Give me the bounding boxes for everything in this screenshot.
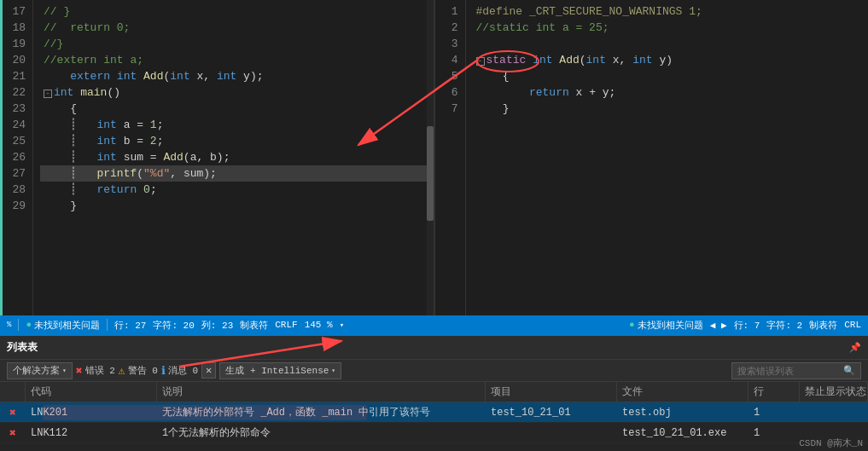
editor-area: 17 18 19 20 21 22 23 24 25 26 27 28 29 /… (0, 0, 868, 315)
pin-icon[interactable]: 📌 (849, 342, 861, 353)
error-list-panel: 列表表 📌 个解决方案 ▾ ✖ 错误 2 ⚠ 警告 0 (0, 334, 868, 451)
row-code: LNK112 (26, 425, 157, 442)
fold-icon-right[interactable]: - (476, 57, 485, 66)
no-issue-left: ● 未找到相关问题 (26, 319, 100, 332)
clear-filter-btn[interactable]: ✕ (201, 362, 216, 379)
row-file: test.obj (617, 404, 749, 421)
row-suppress (800, 431, 868, 436)
col-header-desc[interactable]: 说明 (157, 382, 486, 402)
check-icon-right: ● (629, 320, 635, 330)
status-bar-right: ● 未找到相关问题 ◀ ▶ 行: 7 字符: 2 制表符 CRL (622, 319, 868, 332)
code-line: // return 0; (40, 20, 434, 36)
left-scrollbar[interactable] (427, 0, 434, 315)
row-suppress (800, 410, 868, 415)
row-code: LNK201 (26, 404, 157, 421)
row-line: 1 (749, 404, 800, 421)
line-status-left: 行: 27 (114, 319, 146, 332)
info-icon: ℹ (161, 364, 166, 378)
line-status-right: 行: 7 (734, 319, 760, 332)
eol-status-left: 制表符 (240, 319, 268, 332)
row-project (486, 431, 617, 436)
error-row-icon: ✖ (9, 407, 16, 419)
status-dropdown-left[interactable]: ▾ (340, 321, 344, 330)
col-header-file[interactable]: 文件 (617, 382, 749, 402)
eol-status-right: 制表符 (809, 319, 837, 332)
code-line: ┊ int sum = Add(a, b); (40, 149, 434, 165)
error-row-icon-2: ✖ (9, 427, 16, 440)
col-header-suppress[interactable]: 禁止显示状态 (800, 382, 868, 402)
panel-tabs: 列表表 📌 (0, 336, 868, 360)
divider (107, 319, 108, 331)
encoding-status-left: CRLF (275, 320, 297, 330)
build-dropdown[interactable]: 生成 + IntelliSense ▾ (219, 362, 341, 379)
line-numbers-right: 1 2 3 4 5 6 7 (435, 0, 466, 315)
code-line: ┊ int a = 1; (40, 117, 434, 133)
error-filter-btn[interactable]: ✖ 错误 2 (76, 364, 115, 378)
code-line: -int main() (40, 84, 434, 101)
error-search-box[interactable]: 🔍 (731, 362, 861, 379)
error-search-input[interactable] (737, 366, 840, 376)
left-editor-pane[interactable]: 17 18 19 20 21 22 23 24 25 26 27 28 29 /… (0, 0, 435, 315)
error-table-header: 代码 说明 项目 文件 行 禁止显示状态 (0, 382, 868, 402)
info-filter-btn[interactable]: ℹ 消息 0 (161, 364, 198, 378)
code-line-highlighted: ┊ printf("%d", sum); (40, 165, 434, 182)
code-line: { (473, 68, 869, 84)
solution-dropdown[interactable]: 个解决方案 ▾ (7, 362, 73, 379)
chevron-down-icon-build: ▾ (331, 367, 335, 374)
row-desc: 无法解析的外部符号 _Add，函数 _main 中引用了该符号 (157, 402, 486, 422)
fold-icon[interactable]: - (44, 90, 52, 98)
code-line: return x + y; (473, 84, 869, 101)
code-line: //} (40, 36, 434, 52)
left-border-indicator (0, 0, 3, 315)
code-line: #define _CRT_SECURE_NO_WARNINGS 1; (473, 3, 869, 20)
code-content-left[interactable]: // } // return 0; //} //extern int a; ex… (33, 0, 434, 315)
col-header-code[interactable]: 代码 (26, 382, 157, 402)
encoding-status-right: CRL (844, 320, 861, 330)
left-scrollbar-thumb[interactable] (427, 126, 434, 221)
warning-icon: ⚠ (119, 364, 125, 378)
code-line: extern int Add(int x, int y); (40, 68, 434, 84)
code-line-static: -static int Add(int x, int y) (473, 52, 869, 68)
row-desc: 1个无法解析的外部命令 (157, 423, 486, 442)
error-icon: ✖ (76, 364, 83, 378)
row-line: 1 (749, 425, 800, 442)
status-percent-left: % (7, 321, 11, 329)
status-bar-left: % ● 未找到相关问题 行: 27 字符: 20 列: 23 制表符 CRLF … (0, 319, 622, 332)
char-status-left: 字符: 20 (153, 319, 194, 332)
code-line (473, 36, 869, 52)
col-status-left: 列: 23 (201, 319, 233, 332)
warning-filter-btn[interactable]: ⚠ 警告 0 (119, 364, 158, 378)
char-status-right: 字符: 2 (766, 319, 802, 332)
check-icon-left: ● (26, 320, 32, 330)
col-header-project[interactable]: 项目 (486, 382, 617, 402)
filter-icon: ✕ (206, 364, 212, 377)
col-header-line[interactable]: 行 (749, 382, 800, 402)
code-line: //extern int a; (40, 52, 434, 68)
error-table: 代码 说明 项目 文件 行 禁止显示状态 ✖ LNK201 无法解析的外部符号 … (0, 382, 868, 451)
right-editor-pane[interactable]: 1 2 3 4 5 6 7 #define _CRT_SECURE_NO_WAR… (435, 0, 869, 315)
code-line: } (473, 101, 869, 117)
panel-toolbar: 个解决方案 ▾ ✖ 错误 2 ⚠ 警告 0 ℹ 消息 0 ✕ (0, 360, 868, 382)
code-line: } (40, 198, 434, 214)
col-header-icon (0, 382, 26, 402)
code-line: //static int a = 25; (473, 20, 869, 36)
code-line: { (40, 101, 434, 117)
panel-title: 列表表 (7, 340, 38, 355)
chevron-down-icon: ▾ (62, 367, 67, 374)
zoom-status-left: 145 % (305, 320, 333, 330)
row-icon: ✖ (0, 403, 26, 422)
row-icon: ✖ (0, 424, 26, 442)
code-content-right[interactable]: #define _CRT_SECURE_NO_WARNINGS 1; //sta… (466, 0, 869, 315)
no-issue-right: ● 未找到相关问题 (629, 319, 703, 332)
line-numbers-left: 17 18 19 20 21 22 23 24 25 26 27 28 29 (3, 0, 33, 315)
row-project: test_10_21_01 (486, 404, 617, 421)
code-line: // } (40, 3, 434, 20)
error-table-row[interactable]: ✖ LNK112 1个无法解析的外部命令 test_10_21_01.exe 1 (0, 423, 868, 443)
nav-arrows[interactable]: ◀ ▶ (710, 320, 727, 331)
row-file: test_10_21_01.exe (617, 425, 749, 442)
code-line: ┊ int b = 2; (40, 133, 434, 149)
status-bar: % ● 未找到相关问题 行: 27 字符: 20 列: 23 制表符 CRLF … (0, 315, 868, 334)
search-icon: 🔍 (843, 365, 855, 376)
error-table-row[interactable]: ✖ LNK201 无法解析的外部符号 _Add，函数 _main 中引用了该符号… (0, 402, 868, 423)
credit-text: CSDN @南木_N (799, 437, 863, 449)
